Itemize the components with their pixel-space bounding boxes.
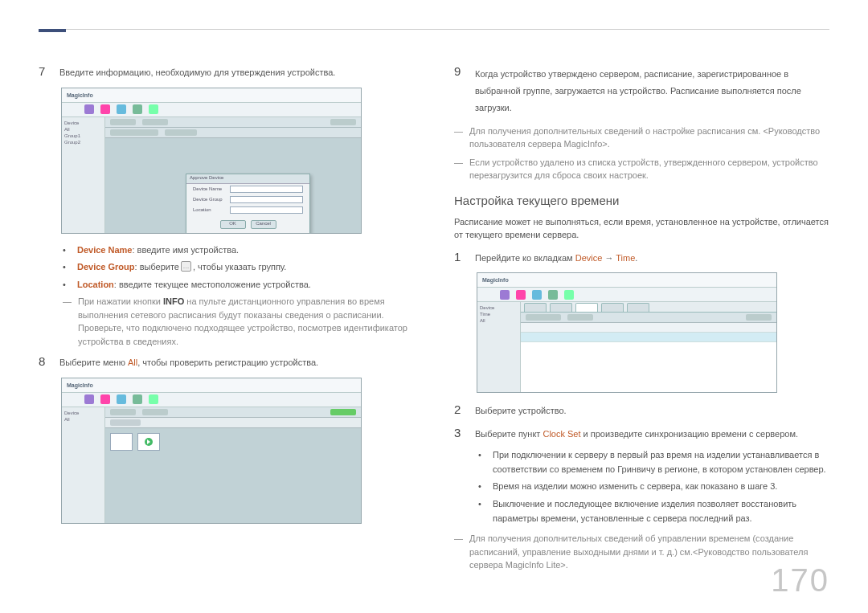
ss-main: Approve Device Device Name Device Group … [105, 117, 361, 233]
ss-content [521, 323, 776, 392]
step-text: Когда устройство утверждено сервером, ра… [475, 64, 829, 116]
bullet-dot: • [478, 497, 485, 525]
bullet-restore-time: • Выключение и последующее включение изд… [478, 497, 829, 525]
ok-button: OK [220, 220, 246, 229]
ss-main [521, 302, 776, 392]
screenshot-all-devices: MagicInfo DeviceAll [61, 378, 362, 524]
bullet-text: Время на изделии можно изменить с сервер… [493, 480, 777, 494]
dash-icon: ― [63, 295, 72, 348]
tab [601, 303, 624, 312]
step-text: Выберите меню All, чтобы проверить регис… [59, 354, 414, 370]
ss-bar [105, 407, 361, 418]
bullet-dot: • [63, 278, 69, 292]
toolbar-icon [84, 394, 94, 404]
note-info: ― При нажатии кнопки INFO на пульте дист… [63, 295, 414, 348]
bullet-change-time: • Время на изделии можно изменить с серв… [478, 480, 829, 494]
toolbar-icon [100, 394, 110, 404]
time-step-1: 1 Перейдите ко вкладкам Device → Time. [454, 250, 829, 265]
page-number: 170 [771, 562, 829, 599]
bullet-dot: • [63, 260, 69, 275]
step-number: 8 [39, 354, 50, 369]
step-number: 2 [454, 403, 465, 417]
bullet-dot: • [63, 243, 69, 258]
ss-bar [521, 313, 776, 323]
cancel-button: Cancel [251, 220, 276, 229]
screenshot-approve-device: MagicInfo DeviceAllGroup1Group2 Ap [61, 88, 362, 234]
ss-toolbar [62, 393, 361, 407]
toolbar-icon [149, 394, 158, 404]
ss-main [105, 407, 361, 523]
toolbar-icon [149, 104, 158, 114]
group-button-icon: … [181, 261, 191, 272]
bullet-device-group: • Device Group: выберите…, чтобы указать… [63, 260, 414, 275]
bullet-text: Location: введите текущее местоположение… [77, 278, 311, 292]
toolbar-icon [133, 104, 142, 114]
time-setup-heading: Настройка текущего времени [454, 194, 829, 207]
bullet-location: • Location: введите текущее местоположен… [63, 278, 414, 292]
note-text: При нажатии кнопки INFO на пульте дистан… [78, 295, 414, 348]
step-number: 7 [39, 64, 50, 79]
ss-toolbar [62, 103, 361, 117]
ss-body: DeviceAllGroup1Group2 Approve Device Dev… [62, 117, 361, 233]
left-column: 7 Введите информацию, необходимую для ут… [39, 32, 414, 577]
ss-bar [105, 418, 361, 428]
play-icon [145, 438, 153, 446]
screenshot-device-time: MagicInfo DeviceTimeAll [477, 272, 777, 393]
toolbar-icon [532, 290, 542, 300]
bullet-dot: • [478, 448, 485, 476]
toolbar-icon [548, 290, 558, 300]
ss-content [105, 428, 361, 523]
ss-body: DeviceTimeAll [477, 302, 776, 392]
step-text: Введите информацию, необходимую для утве… [59, 64, 414, 80]
toolbar-icon [100, 104, 110, 114]
bullet-text: Device Name: введите имя устройства. [77, 243, 239, 258]
bullet-text: Выключение и последующее включение издел… [493, 497, 829, 525]
ss-header: MagicInfo [62, 88, 361, 103]
dialog-field: Device Name [186, 184, 309, 194]
note-schedule-guide: ― Для получения дополнительных сведений … [454, 125, 829, 151]
ss-sidebar: DeviceAllGroup1Group2 [62, 117, 105, 233]
bullet-gmt: • При подключении к серверу в первый раз… [478, 448, 829, 476]
step-text: Выберите пункт Clock Set и произведите с… [475, 426, 829, 441]
time-intro: Расписание может не выполняться, если вр… [454, 215, 829, 242]
step-number: 1 [454, 250, 465, 264]
bullet-device-name: • Device Name: введите имя устройства. [63, 243, 414, 258]
note-device-removed: ― Если устройство удалено из списка устр… [454, 156, 829, 182]
tab-active [575, 303, 598, 312]
toolbar-icon [500, 290, 510, 300]
step-text: Выберите устройство. [475, 403, 829, 418]
toolbar-icon [516, 290, 526, 300]
toolbar-icon [84, 104, 94, 114]
step-7: 7 Введите информацию, необходимую для ут… [39, 64, 414, 80]
ss-bar [105, 117, 361, 128]
device-thumb [137, 433, 160, 451]
dialog-field: Device Group [186, 194, 309, 205]
thumb-row [105, 428, 361, 456]
ss-tabrow [521, 302, 776, 313]
toolbar-icon [117, 394, 126, 404]
time-step-3: 3 Выберите пункт Clock Set и произведите… [454, 426, 829, 441]
ss-logo: MagicInfo [67, 92, 93, 98]
ss-body: DeviceAll [62, 407, 361, 523]
ss-logo: MagicInfo [67, 382, 93, 388]
step-number: 3 [454, 426, 465, 440]
device-thumb [110, 433, 133, 451]
dialog-buttons: OK Cancel [186, 215, 309, 229]
ss-header: MagicInfo [477, 273, 776, 288]
ss-sidebar: DeviceAll [62, 407, 105, 523]
step-text: Перейдите ко вкладкам Device → Time. [475, 250, 829, 265]
dash-icon: ― [454, 156, 463, 182]
dash-icon: ― [454, 532, 463, 572]
step-9: 9 Когда устройство утверждено сервером, … [454, 64, 829, 116]
toolbar-icon [133, 394, 142, 404]
tab [627, 303, 649, 312]
approve-dialog: Approve Device Device Name Device Group … [186, 174, 310, 234]
ss-sidebar: DeviceTimeAll [477, 302, 521, 392]
dash-icon: ― [454, 125, 463, 151]
tab [550, 303, 572, 312]
bullet-dot: • [478, 480, 485, 494]
ss-logo: MagicInfo [482, 277, 509, 283]
ss-bar [105, 128, 361, 138]
note-text: Для получения дополнительных сведений о … [469, 125, 829, 151]
bullet-text: Device Group: выберите…, чтобы указать г… [77, 260, 286, 275]
